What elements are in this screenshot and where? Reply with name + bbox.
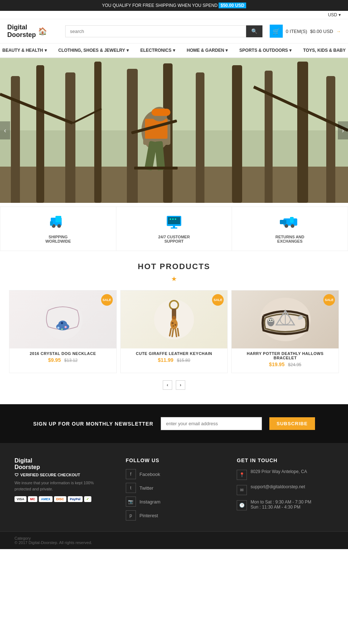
logo[interactable]: Digital Doorstep 🏠 <box>7 24 58 39</box>
svg-point-47 <box>57 327 59 329</box>
svg-rect-2 <box>0 167 348 203</box>
social-facebook[interactable]: f Facebook <box>126 469 223 479</box>
hero-prev-button[interactable]: ‹ <box>0 121 10 139</box>
svg-rect-12 <box>297 62 308 203</box>
nav-item-beauty[interactable]: BEAUTY & HEALTH ▾ <box>0 43 53 57</box>
twitter-icon: t <box>126 483 136 493</box>
svg-rect-11 <box>265 71 273 203</box>
chevron-down-icon: ▾ <box>173 48 175 53</box>
product-badge-3: sale <box>323 294 335 306</box>
svg-rect-1 <box>0 58 348 130</box>
svg-point-70 <box>269 319 270 321</box>
svg-point-49 <box>61 329 63 330</box>
svg-rect-39 <box>280 220 286 224</box>
hero-next-button[interactable]: › <box>338 121 348 139</box>
social-pinterest[interactable]: p Pinterest <box>126 510 223 520</box>
amex-icon: AMEX <box>39 496 53 502</box>
svg-point-57 <box>175 324 177 326</box>
newsletter-subscribe-button[interactable]: SUBSCRIBE <box>269 417 315 430</box>
facebook-icon: f <box>126 469 136 479</box>
cart-arrow-icon: → <box>336 29 341 34</box>
product-price-1: $9.95 <box>48 357 61 363</box>
nav-item-home-garden[interactable]: HOME & GARDEN ▾ <box>181 43 233 57</box>
cart-icon[interactable]: 🛒 <box>270 25 283 38</box>
svg-point-43 <box>43 300 83 339</box>
footer: Digital Doorstep 🛡 VERIFIED SECURE CHECK… <box>0 443 348 531</box>
email-icon: ✉ <box>237 485 247 495</box>
product-old-price-2: $15.80 <box>177 358 190 363</box>
feature-shipping-title: SHIPPING WORLDWIDE <box>45 235 71 243</box>
svg-rect-10 <box>232 65 242 203</box>
contact-hours: 🕐 Mon to Sat : 9:30 AM - 7:30 PM Sun : 1… <box>237 499 334 510</box>
product-pricing-1: $9.95 $13.12 <box>9 357 116 363</box>
nav-item-clothing[interactable]: CLOTHING, SHOES & JEWELRY ▾ <box>53 43 134 57</box>
social-twitter[interactable]: t Twitter <box>126 483 223 493</box>
currency-selector[interactable]: USD ▾ <box>328 12 341 17</box>
location-icon: 📍 <box>237 470 247 480</box>
get-in-touch-heading: GET IN TOUCH <box>237 457 334 463</box>
shopify-icon: ✔ <box>84 496 91 502</box>
home-icon: 🏠 <box>38 27 47 35</box>
svg-rect-4 <box>36 65 44 203</box>
newsletter-email-input[interactable] <box>161 417 262 430</box>
footer-copyright: © 2017 Digital-Doorstep. All rights rese… <box>14 540 334 545</box>
product-pricing-2: $11.99 $15.80 <box>121 357 228 363</box>
pagination-next[interactable]: › <box>176 380 185 390</box>
svg-point-29 <box>57 224 61 228</box>
svg-point-67 <box>267 318 274 326</box>
main-nav: BEAUTY & HEALTH ▾ CLOTHING, SHOES & JEWE… <box>0 43 348 58</box>
feature-returns-title: RETURNS AND EXCHANGES <box>276 235 304 243</box>
instagram-icon: 📷 <box>126 497 136 507</box>
returns-icon <box>280 214 300 232</box>
pagination: ‹ › <box>0 380 348 390</box>
svg-rect-9 <box>196 72 204 203</box>
paypal-icon: PayPal <box>68 496 83 502</box>
svg-rect-13 <box>326 76 335 203</box>
follow-us-heading: FOLLOW US <box>126 457 223 463</box>
feature-returns: RETURNS AND EXCHANGES <box>232 207 348 251</box>
chevron-down-icon: ▾ <box>289 48 291 53</box>
chevron-down-icon: ▾ <box>127 48 129 53</box>
product-image-2 <box>121 290 228 348</box>
svg-rect-27 <box>55 216 61 222</box>
product-old-price-1: $13.12 <box>64 358 78 363</box>
svg-point-58 <box>173 325 174 327</box>
footer-category-label: Category <box>14 536 334 540</box>
cart-total: $0.00 USD <box>310 29 333 34</box>
top-banner: YOU QUALIFY FOR FREE SHIPPING WHEN YOU S… <box>0 0 348 11</box>
feature-support-title: 24/7 CUSTOMER SUPPORT <box>158 235 190 243</box>
product-old-price-3: $24.95 <box>288 362 302 367</box>
svg-point-40 <box>285 224 288 228</box>
mc-icon: MC <box>28 496 37 502</box>
pinterest-icon: p <box>126 510 136 520</box>
banner-highlight: $50.00 USD <box>219 3 246 8</box>
product-card-3: sale <box>231 290 339 373</box>
search-input[interactable] <box>65 25 246 37</box>
svg-point-46 <box>61 322 63 324</box>
social-instagram[interactable]: 📷 Instagram <box>126 497 223 507</box>
contact-email: ✉ support@digitaldoorstep.net <box>237 484 334 495</box>
shipping-icon <box>49 214 67 232</box>
products-grid: sale 2016 CRYSTAL DOG NECKLACE <box>0 290 348 373</box>
footer-logo: Digital Doorstep <box>14 457 111 471</box>
svg-rect-32 <box>168 217 180 224</box>
nav-item-electronics[interactable]: ELECTRONICS ▾ <box>134 43 181 57</box>
search-icon: 🔍 <box>251 28 257 34</box>
product-price-3: $19.95 <box>269 361 285 367</box>
nav-item-toys[interactable]: TOYS, KIDS & BABY <box>297 43 348 57</box>
feature-support: 24/7 CUSTOMER SUPPORT <box>116 207 232 251</box>
nav-item-sports[interactable]: SPORTS & OUTDOORS ▾ <box>233 43 297 57</box>
footer-secure-badge: 🛡 VERIFIED SECURE CHECKOUT <box>14 473 111 477</box>
product-badge-1: sale <box>101 294 113 306</box>
svg-rect-18 <box>152 109 170 116</box>
svg-rect-6 <box>94 62 102 203</box>
search-button[interactable]: 🔍 <box>246 25 262 37</box>
hot-products-section: HOT PRODUCTS ★ sale <box>0 255 348 404</box>
pagination-prev[interactable]: ‹ <box>163 380 172 390</box>
svg-point-48 <box>65 326 67 328</box>
svg-point-41 <box>291 224 294 228</box>
banner-text: YOU QUALIFY FOR FREE SHIPPING WHEN YOU S… <box>102 3 218 8</box>
svg-point-34 <box>172 218 174 220</box>
product-title-1: 2016 CRYSTAL DOG NECKLACE <box>9 348 116 357</box>
svg-rect-42 <box>290 217 294 223</box>
